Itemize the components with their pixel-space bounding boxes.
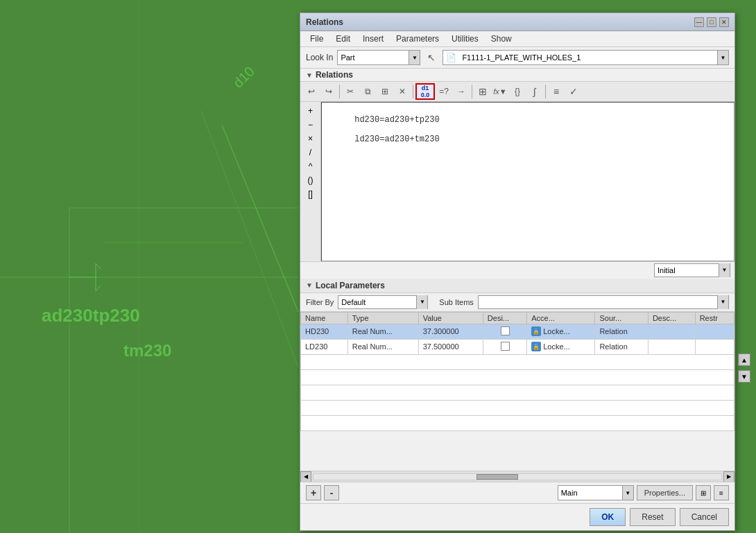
copy-btn[interactable]: ⧉ — [359, 83, 376, 100]
relations-dialog: Relations — □ ✕ File Edit Insert Paramet… — [300, 12, 735, 531]
svg-line-8 — [96, 263, 101, 269]
paste-btn[interactable]: ⊞ — [377, 83, 393, 100]
minimize-btn[interactable]: — — [694, 17, 704, 27]
col-desi: Desi... — [483, 312, 526, 324]
param-table-btn[interactable]: ⊞ — [474, 83, 491, 100]
brackets-btn[interactable]: {} — [509, 83, 526, 100]
relations-header: ▼ Relations — [300, 69, 734, 82]
op-divide[interactable]: / — [302, 146, 319, 159]
action-buttons: OK Reset Cancel — [300, 503, 734, 530]
equals-btn[interactable]: =? — [436, 83, 452, 100]
svg-line-6 — [201, 111, 298, 367]
relations-toggle[interactable]: ▼ — [306, 71, 313, 79]
toolbar-sep3 — [472, 85, 472, 98]
row1-desc — [648, 324, 695, 339]
row2-type: Real Num... — [347, 339, 418, 354]
col-access: Acce... — [527, 312, 595, 324]
main-select-arrow[interactable]: ▼ — [622, 486, 633, 500]
relations-section-title: Relations — [316, 70, 353, 80]
dimension-btn[interactable]: d10.0 — [415, 83, 435, 100]
properties-btn[interactable]: Properties... — [637, 485, 693, 500]
h-scroll-right[interactable]: ▶ — [723, 471, 734, 482]
filter-bar: Filter By Default ▼ Sub Items ▼ — [300, 293, 734, 312]
row2-restr — [695, 339, 734, 354]
dialog-title: Relations — [306, 17, 343, 27]
sub-items-select[interactable]: ▼ — [478, 295, 729, 309]
close-btn[interactable]: ✕ — [719, 17, 729, 27]
grid-btn[interactable]: ⊞ — [696, 485, 711, 500]
op-minus[interactable]: − — [302, 119, 319, 131]
arrow-btn[interactable]: → — [453, 83, 470, 100]
grid2-btn[interactable]: ≡ — [714, 485, 729, 500]
col-name: Name — [301, 312, 348, 324]
file-select-arrow[interactable]: ▼ — [717, 51, 728, 64]
relation-line-1: hd230=ad230+tp230 — [354, 115, 439, 125]
scroll-up-btn[interactable]: ▲ — [738, 353, 750, 366]
reset-btn[interactable]: Reset — [630, 508, 675, 526]
svg-line-9 — [96, 286, 101, 291]
menu-parameters[interactable]: Parameters — [390, 33, 445, 45]
file-select[interactable]: 📄 F1111-1_PLATE_WITH_HOLES_1 ▼ — [443, 50, 729, 65]
part-select-arrow[interactable]: ▼ — [409, 51, 420, 64]
scroll-down-btn[interactable]: ▼ — [738, 370, 750, 383]
look-in-section: Look In Part ▼ ↖ 📄 F1111-1_PLATE_WITH_HO… — [300, 47, 734, 69]
relation-line-2: ld230=ad230+tm230 — [354, 134, 439, 144]
restore-btn[interactable]: □ — [707, 17, 716, 27]
report-btn[interactable]: ≡ — [548, 83, 565, 100]
bottom-bar: + - Main ▼ Properties... ⊞ ≡ — [300, 482, 734, 503]
filter-by-select[interactable]: Default ▼ — [338, 295, 428, 309]
row2-access-cell: 🔒 Locke... — [531, 342, 590, 351]
menu-edit[interactable]: Edit — [330, 33, 356, 45]
part-select[interactable]: Part ▼ — [337, 50, 420, 65]
row2-value: 37.500000 — [418, 339, 483, 354]
h-scroll-track[interactable] — [313, 473, 722, 480]
row2-checkbox[interactable] — [501, 342, 510, 351]
menu-show[interactable]: Show — [486, 33, 517, 45]
relations-textarea[interactable]: hd230=ad230+tp230 ld230=ad230+tm230 — [321, 102, 734, 261]
initial-select-arrow[interactable]: ▼ — [719, 263, 730, 277]
filter-by-label: Filter By — [306, 298, 334, 306]
row1-lock-icon: 🔒 — [531, 326, 541, 336]
op-parens[interactable]: () — [302, 174, 319, 186]
sub-items-select-arrow[interactable]: ▼ — [717, 295, 728, 309]
main-select[interactable]: Main ▼ — [558, 485, 634, 500]
row2-desi[interactable] — [483, 339, 526, 354]
op-brackets[interactable]: [] — [302, 188, 319, 200]
row1-checkbox[interactable] — [501, 326, 510, 335]
table-row-empty3 — [301, 385, 734, 400]
op-times[interactable]: × — [302, 132, 319, 145]
add-param-btn[interactable]: + — [306, 485, 321, 500]
initial-dropdown-row: Initial ▼ — [300, 261, 734, 279]
h-scroll-thumb[interactable] — [476, 474, 518, 480]
function-btn[interactable]: ∫ — [526, 83, 543, 100]
ok-btn[interactable]: OK — [590, 508, 626, 526]
initial-select[interactable]: Initial ▼ — [654, 263, 730, 277]
col-value: Value — [418, 312, 483, 324]
h-scroll-left[interactable]: ◀ — [300, 471, 311, 482]
verify-btn[interactable]: ✓ — [565, 83, 582, 100]
local-params-header: ▼ Local Parameters — [300, 279, 734, 293]
undo-btn[interactable]: ↩ — [303, 83, 320, 100]
local-params-toggle[interactable]: ▼ — [306, 281, 313, 289]
cancel-btn[interactable]: Cancel — [680, 508, 729, 526]
toolbar: ↩ ↪ ✂ ⧉ ⊞ ✕ d10.0 =? → ⊞ fx▼ {} ∫ ≡ ✓ — [300, 82, 734, 102]
remove-param-btn[interactable]: - — [324, 485, 339, 500]
table-row-empty5 — [301, 415, 734, 430]
op-power[interactable]: ^ — [302, 160, 319, 173]
filter-select-arrow[interactable]: ▼ — [416, 295, 427, 309]
fx-btn[interactable]: fx▼ — [492, 83, 508, 100]
menu-file[interactable]: File — [304, 33, 329, 45]
redo-btn[interactable]: ↪ — [320, 83, 337, 100]
table-row[interactable]: HD230 Real Num... 37.300000 🔒 Locke... R… — [301, 324, 734, 339]
row2-source: Relation — [595, 339, 648, 354]
op-plus[interactable]: + — [302, 105, 319, 117]
titlebar-controls: — □ ✕ — [694, 17, 729, 27]
table-row[interactable]: LD230 Real Num... 37.500000 🔒 Locke... R… — [301, 339, 734, 354]
menu-utilities[interactable]: Utilities — [446, 33, 484, 45]
cut-btn[interactable]: ✂ — [342, 83, 359, 100]
h-scrollbar[interactable]: ◀ ▶ — [300, 471, 734, 482]
menu-insert[interactable]: Insert — [357, 33, 389, 45]
row1-desi[interactable] — [483, 324, 526, 339]
cad-label-ad230tp230: ad230tp230 — [42, 305, 140, 326]
delete-btn[interactable]: ✕ — [394, 83, 411, 100]
